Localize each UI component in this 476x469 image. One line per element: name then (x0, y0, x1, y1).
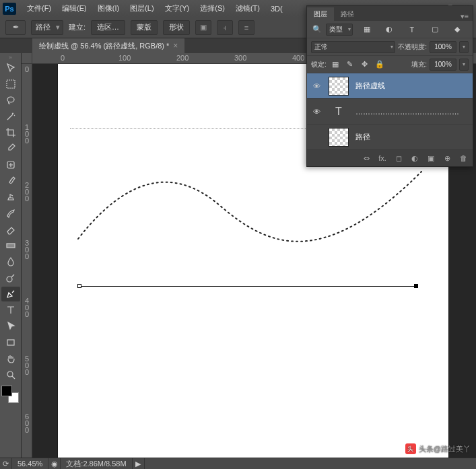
path-select-tool[interactable] (1, 319, 20, 334)
menu-type[interactable]: 文字(Y) (160, 1, 195, 16)
panel-menu-icon[interactable]: ▾≡ (456, 12, 473, 21)
menu-edit[interactable]: 编辑(E) (57, 1, 92, 16)
ruler-origin[interactable] (22, 53, 32, 64)
opacity-input[interactable]: 100% (430, 41, 456, 53)
path-arrange-icon[interactable]: ≡ (238, 20, 254, 35)
link-layers-icon[interactable]: ⇔ (360, 152, 373, 164)
doc-size-value: 2.86M/8.58M (83, 460, 126, 468)
layers-list: 👁路径虚线👁T……………………………………路径 (307, 73, 473, 150)
pen-tool[interactable] (1, 287, 20, 301)
menu-filter[interactable]: 滤镜(T) (230, 1, 265, 16)
layer-row[interactable]: 👁T…………………………………… (307, 99, 473, 124)
zoom-level[interactable]: 56.45% (12, 458, 48, 469)
delete-layer-icon[interactable]: 🗑 (456, 152, 470, 164)
marquee-tool[interactable] (1, 77, 20, 92)
status-menu-arrow[interactable]: ▶ (133, 458, 145, 469)
status-sync-icon[interactable]: ⟳ (0, 458, 12, 469)
path-anchor-start[interactable] (77, 284, 81, 288)
path-anchor-end[interactable] (414, 284, 418, 288)
clone-stamp-tool[interactable] (1, 190, 20, 205)
history-brush-tool[interactable] (1, 206, 20, 221)
filter-icon[interactable]: 🔍 (311, 24, 323, 36)
lasso-tool[interactable] (1, 93, 20, 108)
lock-label: 锁定: (311, 60, 327, 69)
tab-paths[interactable]: 路径 (334, 7, 361, 21)
foreground-color[interactable] (1, 386, 12, 396)
make-mask-button[interactable]: 蒙版 (131, 20, 158, 35)
adjustment-layer-icon[interactable]: ◐ (408, 152, 421, 164)
close-icon[interactable]: × (173, 41, 178, 50)
layer-row[interactable]: 👁路径虚线 (307, 73, 473, 99)
panel-footer: ⇔ fx. ◻ ◐ ▣ ⊕ 🗑 (307, 150, 473, 166)
new-layer-icon[interactable]: ⊕ (440, 152, 454, 164)
blur-tool[interactable] (1, 254, 20, 269)
move-tool[interactable] (1, 61, 20, 75)
eraser-tool[interactable] (1, 222, 20, 237)
layer-row[interactable]: 路径 (307, 124, 473, 150)
tab-layers[interactable]: 图层 (307, 7, 334, 21)
menu-image[interactable]: 图像(I) (92, 1, 125, 16)
magic-wand-tool[interactable] (1, 109, 20, 124)
eyedropper-tool[interactable] (1, 141, 20, 156)
make-selection-button[interactable]: 选区… (91, 20, 125, 35)
crop-tool[interactable] (1, 125, 20, 140)
path-align-icon[interactable]: ⫞ (217, 20, 233, 35)
filter-pixel-icon[interactable]: ▦ (361, 24, 373, 36)
filter-shape-icon[interactable]: ▢ (429, 24, 441, 36)
layer-thumbnail[interactable] (329, 77, 349, 96)
brush-tool[interactable] (1, 174, 20, 188)
visibility-toggle[interactable]: 👁 (307, 82, 326, 90)
toolbox-handle[interactable]: » (0, 55, 21, 60)
layer-thumbnail[interactable] (329, 128, 349, 147)
blend-opacity-row: 正常 不透明度: 100% ▾ (307, 38, 473, 56)
vertical-ruler[interactable]: 0100200300400500600700800900 (22, 64, 32, 458)
filter-type-icon[interactable]: T (406, 24, 418, 36)
menu-layer[interactable]: 图层(L) (125, 1, 159, 16)
layer-name[interactable]: 路径 (355, 132, 370, 142)
layer-fx-icon[interactable]: fx. (376, 152, 389, 164)
fill-label: 填充: (411, 60, 427, 69)
app-logo: Ps (3, 3, 16, 15)
zoom-tool[interactable] (1, 367, 20, 382)
active-path-line[interactable] (79, 286, 415, 287)
group-icon[interactable]: ▣ (424, 152, 438, 164)
fill-stepper[interactable]: ▾ (459, 59, 469, 71)
layer-name[interactable]: 路径虚线 (355, 81, 385, 91)
filter-kind-dropdown[interactable]: 类型 (326, 24, 353, 36)
lock-pixels-icon[interactable]: ✎ (344, 59, 356, 71)
doc-size[interactable]: 文档: 2.86M/8.58M (61, 458, 132, 469)
filter-smart-icon[interactable]: ◆ (451, 24, 463, 36)
hand-tool[interactable] (1, 351, 20, 366)
make-shape-button[interactable]: 形状 (163, 20, 190, 35)
rectangle-tool[interactable] (1, 335, 20, 350)
gradient-tool[interactable] (1, 238, 20, 253)
color-swatches[interactable] (1, 386, 19, 403)
layer-thumbnail[interactable]: T (329, 102, 349, 121)
menu-3d[interactable]: 3D( (265, 2, 288, 15)
lock-position-icon[interactable]: ✥ (359, 59, 371, 71)
svg-rect-5 (7, 340, 14, 345)
visibility-toggle[interactable]: 👁 (307, 108, 326, 116)
filter-adjust-icon[interactable]: ◐ (383, 24, 395, 36)
status-info-icon[interactable]: ◉ (48, 458, 61, 469)
path-ops-icon[interactable]: ▣ (195, 20, 211, 35)
lock-transparent-icon[interactable]: ▦ (329, 59, 341, 71)
pen-mode-dropdown[interactable]: 路径 (31, 20, 63, 35)
current-tool-icon[interactable]: ✒ (5, 20, 26, 35)
layer-mask-icon[interactable]: ◻ (392, 152, 405, 164)
lock-all-icon[interactable]: 🔒 (374, 59, 386, 71)
blend-mode-dropdown[interactable]: 正常 (311, 41, 395, 53)
opacity-stepper[interactable]: ▾ (459, 41, 469, 53)
opacity-label: 不透明度: (398, 42, 427, 52)
spot-heal-tool[interactable] (1, 157, 20, 172)
type-tool[interactable] (1, 303, 20, 318)
layer-name[interactable]: …………………………………… (355, 108, 459, 116)
svg-point-6 (7, 371, 13, 377)
dodge-tool[interactable] (1, 270, 20, 285)
document-tab[interactable]: 绘制虚线 @ 56.4% (路径虚线, RGB/8) * × (32, 38, 184, 53)
menu-select[interactable]: 选择(S) (195, 1, 230, 16)
lock-fill-row: 锁定: ▦ ✎ ✥ 🔒 填充: 100% ▾ (307, 56, 473, 73)
fill-input[interactable]: 100% (430, 59, 456, 71)
menu-file[interactable]: 文件(F) (22, 1, 57, 16)
svg-point-4 (7, 277, 12, 282)
